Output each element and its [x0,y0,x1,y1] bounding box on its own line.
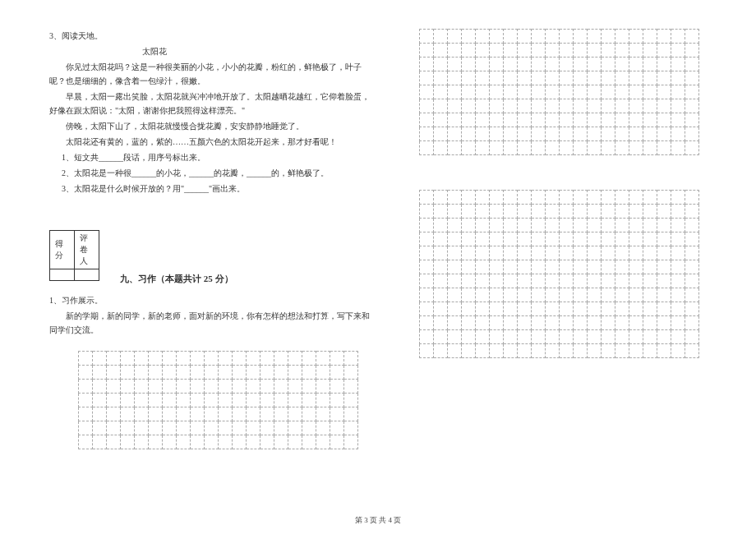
passage-p2: 早晨，太阳一露出笑脸，太阳花就兴冲冲地开放了。太阳越晒花越红，它仰着脸蛋，好像在… [49,90,374,117]
score-header-1: 得分 [50,231,75,269]
answer-grid-right-bottom[interactable] [419,190,699,358]
score-cell-1[interactable] [50,269,75,281]
q3-label: 3、阅读天地。 [49,29,374,43]
passage-title: 太阳花 [49,44,374,58]
passage-p3: 傍晚，太阳下山了，太阳花就慢慢合拢花瓣，安安静静地睡觉了。 [49,119,374,133]
answer-grid-left[interactable] [78,351,358,449]
score-table: 得分 评卷人 [49,230,99,281]
section-title: 九、习作（本题共计 25 分） [120,273,233,285]
sub-q1: 1、短文共______段话，用序号标出来。 [49,150,374,164]
score-header-2: 评卷人 [75,231,99,269]
essay-label: 1、习作展示。 [49,293,374,307]
page-footer: 第 3 页 共 4 页 [0,515,756,526]
sub-q2: 2、太阳花是一种很______的小花，______的花瓣，______的，鲜艳极… [49,166,374,180]
answer-grid-right-top[interactable] [419,29,699,155]
essay-prompt: 新的学期，新的同学，新的老师，面对新的环境，你有怎样的想法和打算，写下来和同学们… [49,309,374,337]
score-cell-2[interactable] [75,269,99,281]
sub-q3: 3、太阳花是什么时候开放的？用"______"画出来。 [49,182,374,196]
passage-p4: 太阳花还有黄的，蓝的，紫的……五颜六色的太阳花开起来，那才好看呢！ [49,135,374,149]
passage-p1: 你见过太阳花吗？这是一种很美丽的小花，小小的花瓣，粉红的，鲜艳极了，叶子呢？也是… [49,60,374,88]
